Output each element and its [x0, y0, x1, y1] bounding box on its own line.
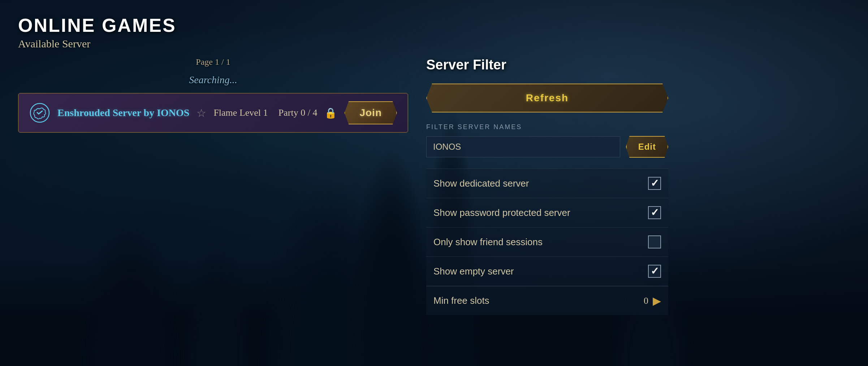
server-icon: [29, 102, 50, 123]
filter-empty-checkbox[interactable]: [648, 265, 661, 278]
server-row[interactable]: Enshrouded Server by IONOS ☆ Flame Level…: [18, 93, 408, 133]
filter-option-dedicated: Show dedicated server: [426, 169, 668, 198]
filter-option-dedicated-label: Show dedicated server: [433, 178, 529, 189]
filter-option-empty: Show empty server: [426, 256, 668, 286]
page-header: ONLINE GAMES Available Server: [18, 14, 850, 50]
min-slots-control: 0 ▶: [638, 294, 661, 307]
server-list-area: Page 1 / 1 Searching... Enshrouded Serve…: [18, 57, 408, 352]
chevron-right-icon[interactable]: ▶: [653, 294, 661, 307]
filter-title: Server Filter: [426, 57, 668, 73]
edit-button[interactable]: Edit: [626, 136, 668, 158]
filter-option-friends: Only show friend sessions: [426, 227, 668, 256]
min-slots-value: 0: [638, 295, 648, 306]
page-info: Page 1 / 1: [18, 57, 408, 67]
refresh-button[interactable]: Refresh: [426, 84, 668, 112]
filter-option-friends-label: Only show friend sessions: [433, 237, 543, 248]
page-subtitle: Available Server: [18, 38, 850, 50]
filter-name-row: Edit: [426, 136, 668, 158]
party-info: Party 0 / 4: [278, 107, 318, 118]
filter-option-empty-label: Show empty server: [433, 266, 514, 277]
filter-options: Show dedicated server Show password prot…: [426, 169, 668, 286]
page-title: ONLINE GAMES: [18, 14, 850, 36]
favorite-star-icon[interactable]: ☆: [197, 107, 206, 119]
flame-level: Flame Level 1: [213, 107, 271, 118]
filter-name-input[interactable]: [426, 136, 620, 157]
filter-option-password-label: Show password protected server: [433, 207, 570, 218]
filter-option-password: Show password protected server: [426, 198, 668, 227]
join-button[interactable]: Join: [344, 101, 397, 124]
min-slots-label: Min free slots: [433, 295, 489, 306]
filter-dedicated-checkbox[interactable]: [648, 177, 661, 190]
lock-icon: 🔒: [324, 107, 337, 119]
searching-status: Searching...: [18, 74, 408, 86]
filter-panel: Server Filter Refresh FILTER SERVER NAME…: [408, 57, 668, 352]
filter-section-label: FILTER SERVER NAMES: [426, 123, 668, 131]
filter-password-checkbox[interactable]: [648, 206, 661, 219]
server-name: Enshrouded Server by IONOS: [57, 107, 189, 119]
min-slots-row: Min free slots 0 ▶: [426, 286, 668, 315]
filter-friends-checkbox[interactable]: [648, 235, 661, 248]
